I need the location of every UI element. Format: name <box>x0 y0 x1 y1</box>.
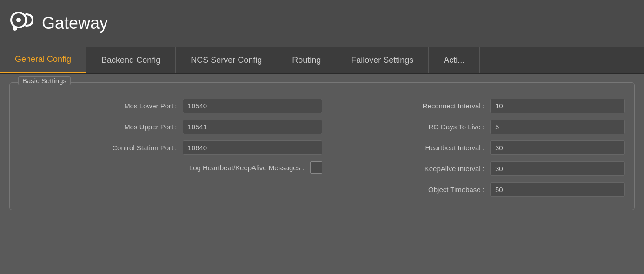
tab-bar: General Config Backend Config NCS Server… <box>0 47 644 74</box>
log-heartbeat-checkbox[interactable] <box>310 161 322 174</box>
heartbeat-interval-row: Heartbeat Interval : <box>322 140 625 155</box>
svg-point-1 <box>16 18 21 22</box>
app-title: Gateway <box>42 13 108 33</box>
keepalive-interval-row: KeepAlive Interval : <box>322 161 625 176</box>
log-heartbeat-label: Log Heartbeat/KeepAlive Messages : <box>189 164 305 172</box>
form-left-column: Mos Lower Port : Mos Upper Port : Contro… <box>19 99 322 197</box>
tab-general-config[interactable]: General Config <box>0 47 86 73</box>
control-station-port-input[interactable] <box>183 140 322 155</box>
mos-upper-port-row: Mos Upper Port : <box>19 120 322 134</box>
object-timebase-row: Object Timebase : <box>322 182 625 197</box>
basic-settings-group: Basic Settings Mos Lower Port : Mos Uppe… <box>9 82 635 210</box>
gateway-icon <box>9 11 34 36</box>
tab-backend-config[interactable]: Backend Config <box>86 47 176 73</box>
reconnect-interval-input[interactable] <box>490 99 625 113</box>
main-content: Basic Settings Mos Lower Port : Mos Uppe… <box>0 74 644 219</box>
tab-acti[interactable]: Acti... <box>429 47 480 73</box>
mos-lower-port-input[interactable] <box>183 99 322 113</box>
log-heartbeat-row: Log Heartbeat/KeepAlive Messages : <box>19 161 322 174</box>
object-timebase-label: Object Timebase : <box>396 186 485 194</box>
ro-days-to-live-row: RO Days To Live : <box>322 120 625 134</box>
mos-upper-port-input[interactable] <box>183 120 322 134</box>
reconnect-interval-row: Reconnect Interval : <box>322 99 625 113</box>
ro-days-to-live-label: RO Days To Live : <box>396 123 485 131</box>
mos-lower-port-row: Mos Lower Port : <box>19 99 322 113</box>
tab-failover-settings[interactable]: Failover Settings <box>336 47 429 73</box>
heartbeat-interval-label: Heartbeat Interval : <box>396 144 485 152</box>
tab-routing[interactable]: Routing <box>277 47 336 73</box>
reconnect-interval-label: Reconnect Interval : <box>396 102 485 110</box>
ro-days-to-live-input[interactable] <box>490 120 625 134</box>
keepalive-interval-input[interactable] <box>490 161 625 176</box>
basic-settings-legend: Basic Settings <box>18 76 71 85</box>
form-right-column: Reconnect Interval : RO Days To Live : H… <box>322 99 625 197</box>
mos-lower-port-label: Mos Lower Port : <box>84 102 177 110</box>
mos-upper-port-label: Mos Upper Port : <box>84 123 177 131</box>
object-timebase-input[interactable] <box>490 182 625 197</box>
tab-ncs-server-config[interactable]: NCS Server Config <box>176 47 277 73</box>
app-header: Gateway <box>0 0 644 47</box>
control-station-port-label: Control Station Port : <box>84 144 177 152</box>
svg-point-2 <box>13 26 17 31</box>
control-station-port-row: Control Station Port : <box>19 140 322 155</box>
keepalive-interval-label: KeepAlive Interval : <box>396 165 485 173</box>
heartbeat-interval-input[interactable] <box>490 140 625 155</box>
